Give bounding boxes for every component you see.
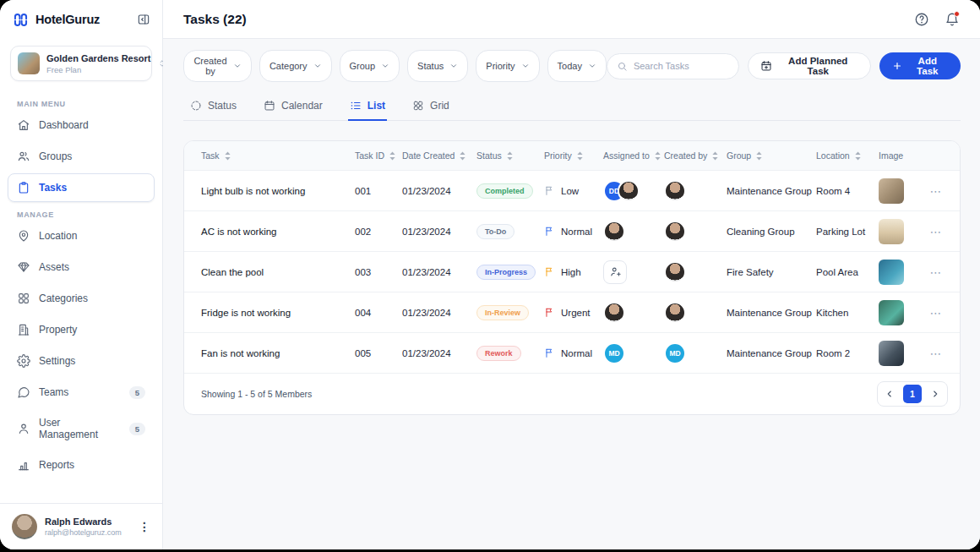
home-icon: [17, 118, 30, 132]
filter-label: Priority: [486, 61, 514, 71]
row-actions-button[interactable]: ⋯: [921, 225, 943, 238]
sidebar-item-reports[interactable]: Reports: [8, 451, 155, 479]
kebab-menu-icon[interactable]: ⋮: [139, 521, 150, 533]
sidebar-item-tasks[interactable]: Tasks: [8, 173, 155, 202]
sidebar-item-location[interactable]: Location: [8, 221, 155, 250]
sidebar-item-teams[interactable]: Teams5: [8, 378, 155, 407]
column-header-assigned-to[interactable]: Assigned to: [603, 150, 664, 161]
page-number-button[interactable]: 1: [903, 385, 922, 403]
filter-label: Created by: [193, 56, 227, 76]
sort-icon: [755, 151, 763, 161]
task-name: Clean the pool: [201, 267, 355, 277]
column-header-date-created[interactable]: Date Created: [402, 150, 476, 161]
list-icon: [350, 100, 362, 112]
gear-icon: [17, 354, 30, 368]
search-icon: [617, 61, 628, 72]
user-icon: [17, 422, 30, 435]
add-assignee-button[interactable]: [603, 260, 627, 284]
chat-icon: [17, 385, 30, 399]
sidebar-item-property[interactable]: Property: [8, 315, 155, 344]
sidebar-item-label: Tasks: [39, 182, 67, 194]
created-by-cell: [664, 302, 727, 324]
created-by-cell: [664, 221, 727, 243]
help-button[interactable]: [914, 12, 929, 27]
property-selector[interactable]: Golden Gardens Resort Free Plan: [10, 46, 152, 81]
group-name: Maintenance Group: [727, 186, 816, 196]
notifications-button[interactable]: [945, 12, 960, 27]
app-window: HotelGuruz Golden Gardens Resort Free Pl…: [0, 0, 980, 549]
date-created: 01/23/2024: [402, 267, 476, 277]
task-name: Light bulb is not working: [201, 186, 355, 196]
tab-calendar[interactable]: Calendar: [262, 93, 324, 121]
row-actions-button[interactable]: ⋯: [921, 184, 943, 198]
column-header-status[interactable]: Status: [476, 150, 544, 161]
column-header-created-by[interactable]: Created by: [664, 150, 727, 161]
priority-cell: Urgent: [544, 307, 603, 318]
building-icon: [17, 323, 30, 336]
column-header-location[interactable]: Location: [816, 150, 879, 161]
table-row: Light bulb is not working00101/23/2024Co…: [184, 171, 960, 211]
table-row: Fan is not working00501/23/2024ReworkNor…: [184, 333, 960, 374]
sidebar-item-label: Property: [39, 324, 77, 336]
status-cell: Rework: [476, 346, 544, 361]
sidebar-item-categories[interactable]: Categories: [8, 284, 155, 313]
tab-list[interactable]: List: [348, 93, 387, 121]
priority-cell: Normal: [544, 347, 603, 358]
priority-label: High: [561, 267, 581, 277]
sidebar-item-groups[interactable]: Groups: [8, 142, 155, 171]
task-image: [879, 178, 904, 204]
status-cell: In-Review: [476, 305, 544, 320]
dashed-circle-icon: [190, 100, 202, 112]
prev-page-button[interactable]: [880, 385, 899, 403]
filter-label: Group: [350, 61, 376, 71]
group-name: Maintenance Group: [727, 308, 816, 318]
priority-label: Normal: [561, 348, 592, 358]
add-task-button[interactable]: Add Task: [879, 52, 961, 79]
row-actions-button[interactable]: ⋯: [921, 306, 943, 320]
filter-group[interactable]: Group: [340, 50, 400, 82]
chevron-down-icon: [588, 62, 596, 70]
sort-icon: [389, 151, 396, 161]
hotelguruz-logo-icon: [12, 11, 30, 29]
column-header-group[interactable]: Group: [727, 150, 816, 161]
tab-status[interactable]: Status: [188, 93, 238, 121]
filter-category[interactable]: Category: [259, 50, 332, 82]
topbar: Tasks (22): [163, 0, 980, 39]
collapse-sidebar-icon: [137, 13, 150, 26]
filter-status[interactable]: Status: [407, 50, 468, 82]
date-created: 01/23/2024: [402, 308, 476, 318]
task-image: [879, 300, 904, 325]
filter-today[interactable]: Today: [547, 50, 607, 82]
add-planned-task-button[interactable]: Add Planned Task: [748, 52, 871, 79]
column-label: Group: [727, 150, 751, 161]
filter-priority[interactable]: Priority: [476, 50, 539, 82]
tab-label: Status: [208, 100, 237, 112]
sidebar-item-settings[interactable]: Settings: [8, 347, 155, 375]
location-pin-icon: [17, 229, 30, 243]
sidebar-item-dashboard[interactable]: Dashboard: [8, 111, 155, 139]
column-header-priority[interactable]: Priority: [544, 150, 603, 161]
sidebar-item-assets[interactable]: Assets: [8, 253, 155, 281]
sidebar-item-label: Settings: [39, 355, 75, 367]
search-input[interactable]: [634, 61, 729, 71]
task-name: Fan is not working: [201, 348, 355, 358]
sidebar-item-user-management[interactable]: User Management5: [8, 409, 155, 448]
task-name: Fridge is not working: [201, 308, 355, 318]
property-photo: [18, 52, 40, 74]
property-name: Golden Gardens Resort: [46, 53, 150, 63]
row-actions-button[interactable]: ⋯: [921, 347, 943, 360]
column-header-task[interactable]: Task: [201, 150, 355, 161]
column-label: Status: [476, 150, 502, 161]
column-header-task-id[interactable]: Task ID: [355, 150, 402, 161]
bar-chart-icon: [17, 458, 30, 472]
row-actions-button[interactable]: ⋯: [921, 265, 943, 279]
task-id: 004: [355, 308, 402, 318]
tab-grid[interactable]: Grid: [411, 93, 451, 121]
page-title: Tasks (22): [183, 12, 247, 27]
avatar: MD: [664, 342, 686, 364]
filter-created-by[interactable]: Created by: [183, 50, 252, 82]
collapse-sidebar-button[interactable]: [137, 13, 150, 26]
user-profile[interactable]: Ralph Edwards ralph@hotelguruz.com ⋮: [0, 503, 162, 549]
next-page-button[interactable]: [926, 385, 945, 403]
avatar: [664, 261, 686, 283]
